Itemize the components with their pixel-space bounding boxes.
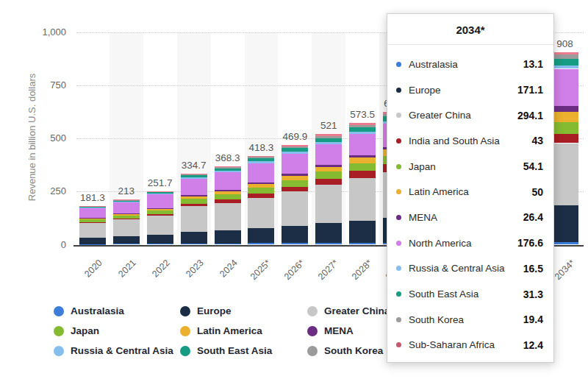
bar-segment-greater-china[interactable] bbox=[282, 191, 308, 225]
bar-segment-greater-china[interactable] bbox=[79, 222, 106, 237]
bar-segment-mena[interactable] bbox=[147, 208, 173, 209]
bar-segment-north-america[interactable] bbox=[79, 208, 106, 218]
bar-segment-north-america[interactable] bbox=[248, 163, 274, 183]
bar-segment-mena[interactable] bbox=[79, 218, 106, 219]
bar-segment-australasia[interactable] bbox=[215, 244, 241, 245]
bar-segment-australasia[interactable] bbox=[79, 244, 106, 245]
bar-segment-mena[interactable] bbox=[113, 213, 140, 214]
bar-segment-sub-saharan-africa[interactable] bbox=[552, 52, 578, 55]
bar-segment-latin-america[interactable] bbox=[552, 112, 578, 122]
bar-segment-mena[interactable] bbox=[248, 183, 274, 184]
bar-segment-latin-america[interactable] bbox=[215, 191, 241, 194]
legend-item-greater-china[interactable]: Greater China bbox=[307, 305, 390, 316]
bar-segment-north-america[interactable] bbox=[113, 202, 140, 213]
bar-segment-latin-america[interactable] bbox=[147, 209, 173, 211]
bar-segment-greater-china[interactable] bbox=[147, 216, 173, 235]
bar-segment-india-and-south-asia[interactable] bbox=[181, 204, 207, 206]
bar-segment-north-america[interactable] bbox=[147, 194, 173, 208]
bar-segment-north-america[interactable] bbox=[282, 154, 308, 174]
bar-segment-greater-china[interactable] bbox=[113, 219, 140, 236]
bar-segment-latin-america[interactable] bbox=[282, 176, 308, 180]
tooltip-series-value: 171.1 bbox=[517, 84, 543, 96]
bar-segment-australasia[interactable] bbox=[113, 244, 140, 244]
bar-segment-europe[interactable] bbox=[79, 238, 106, 244]
legend-label: Australasia bbox=[71, 305, 124, 316]
legend-item-russia-central-asia[interactable]: Russia & Central Asia bbox=[54, 345, 173, 356]
legend-item-australasia[interactable]: Australasia bbox=[54, 305, 124, 316]
bar-segment-australasia[interactable] bbox=[147, 244, 173, 244]
bar-segment-europe[interactable] bbox=[315, 223, 342, 243]
bar-segment-europe[interactable] bbox=[248, 228, 274, 244]
bar-segment-latin-america[interactable] bbox=[248, 184, 274, 188]
bar-segment-north-america[interactable] bbox=[349, 134, 376, 155]
bar-segment-greater-china[interactable] bbox=[315, 185, 342, 223]
bar-segment-north-america[interactable] bbox=[315, 144, 342, 165]
bar-segment-sub-saharan-africa[interactable] bbox=[79, 206, 106, 207]
bar-segment-greater-china[interactable] bbox=[181, 206, 207, 232]
bar-segment-japan[interactable] bbox=[315, 171, 342, 179]
bar-segment-japan[interactable] bbox=[147, 210, 173, 214]
legend-item-latin-america[interactable]: Latin America bbox=[180, 325, 262, 336]
bar-segment-south-korea[interactable] bbox=[552, 54, 578, 59]
bar-segment-greater-china[interactable] bbox=[349, 178, 376, 221]
bar-segment-australasia[interactable] bbox=[349, 243, 376, 245]
bar-segment-europe[interactable] bbox=[181, 232, 207, 244]
bar-segment-europe[interactable] bbox=[349, 221, 376, 243]
bar-segment-mena[interactable] bbox=[315, 165, 342, 167]
bar-segment-north-america[interactable] bbox=[552, 69, 578, 107]
bar-segment-india-and-south-asia[interactable] bbox=[215, 199, 241, 202]
bar-segment-north-america[interactable] bbox=[215, 172, 241, 190]
bar-segment-india-and-south-asia[interactable] bbox=[113, 219, 140, 219]
bar-segment-russia-central-asia[interactable] bbox=[315, 142, 342, 144]
legend-item-europe[interactable]: Europe bbox=[180, 305, 232, 316]
bar-segment-australasia[interactable] bbox=[315, 243, 342, 244]
bar-segment-south-korea[interactable] bbox=[181, 174, 207, 176]
bar-segment-india-and-south-asia[interactable] bbox=[147, 214, 173, 216]
bar-segment-latin-america[interactable] bbox=[349, 157, 376, 163]
bar-segment-japan[interactable] bbox=[349, 163, 376, 171]
bar-segment-japan[interactable] bbox=[79, 219, 106, 222]
bar-segment-sub-saharan-africa[interactable] bbox=[181, 174, 207, 174]
legend-item-japan[interactable]: Japan bbox=[54, 325, 99, 336]
bar-segment-south-east-asia[interactable] bbox=[552, 59, 578, 65]
bar-segment-australasia[interactable] bbox=[248, 243, 274, 244]
bar-segment-japan[interactable] bbox=[113, 216, 140, 219]
bar-segment-latin-america[interactable] bbox=[181, 196, 207, 199]
bar-segment-australasia[interactable] bbox=[181, 244, 207, 245]
bar-segment-japan[interactable] bbox=[215, 194, 241, 199]
bar-segment-mena[interactable] bbox=[349, 155, 376, 157]
bar-segment-india-and-south-asia[interactable] bbox=[282, 187, 308, 192]
bar-segment-india-and-south-asia[interactable] bbox=[248, 194, 274, 197]
bar-segment-greater-china[interactable] bbox=[215, 203, 241, 230]
bar-segment-russia-central-asia[interactable] bbox=[215, 171, 241, 172]
bar-segment-japan[interactable] bbox=[282, 180, 308, 187]
bar-segment-russia-central-asia[interactable] bbox=[552, 65, 578, 69]
bar-segment-australasia[interactable] bbox=[552, 242, 578, 245]
bar-segment-russia-central-asia[interactable] bbox=[79, 208, 106, 208]
legend-item-mena[interactable]: MENA bbox=[307, 325, 354, 336]
bar-segment-japan[interactable] bbox=[552, 122, 578, 134]
bar-segment-mena[interactable] bbox=[282, 174, 308, 175]
legend-item-south-korea[interactable]: South Korea bbox=[307, 345, 383, 356]
bar-segment-europe[interactable] bbox=[147, 235, 173, 244]
bar-segment-india-and-south-asia[interactable] bbox=[349, 171, 376, 178]
bar-segment-latin-america[interactable] bbox=[315, 167, 342, 172]
bar-segment-mena[interactable] bbox=[552, 106, 578, 112]
bar-segment-europe[interactable] bbox=[552, 205, 578, 241]
bar-segment-japan[interactable] bbox=[248, 188, 274, 194]
bar-segment-mena[interactable] bbox=[215, 190, 241, 191]
bar-segment-russia-central-asia[interactable] bbox=[349, 132, 376, 134]
bar-segment-europe[interactable] bbox=[113, 236, 140, 244]
bar-segment-india-and-south-asia[interactable] bbox=[552, 134, 578, 143]
bar-segment-latin-america[interactable] bbox=[113, 214, 140, 216]
bar-segment-australasia[interactable] bbox=[282, 243, 308, 244]
bar-segment-india-and-south-asia[interactable] bbox=[79, 222, 106, 223]
bar-segment-japan[interactable] bbox=[181, 199, 207, 203]
bar-segment-europe[interactable] bbox=[215, 230, 241, 244]
bar-segment-greater-china[interactable] bbox=[552, 144, 578, 206]
bar-segment-mena[interactable] bbox=[181, 195, 207, 196]
bar-segment-greater-china[interactable] bbox=[248, 198, 274, 228]
bar-segment-europe[interactable] bbox=[282, 226, 308, 244]
legend-item-south-east-asia[interactable]: South East Asia bbox=[180, 345, 272, 356]
bar-segment-india-and-south-asia[interactable] bbox=[315, 179, 342, 185]
